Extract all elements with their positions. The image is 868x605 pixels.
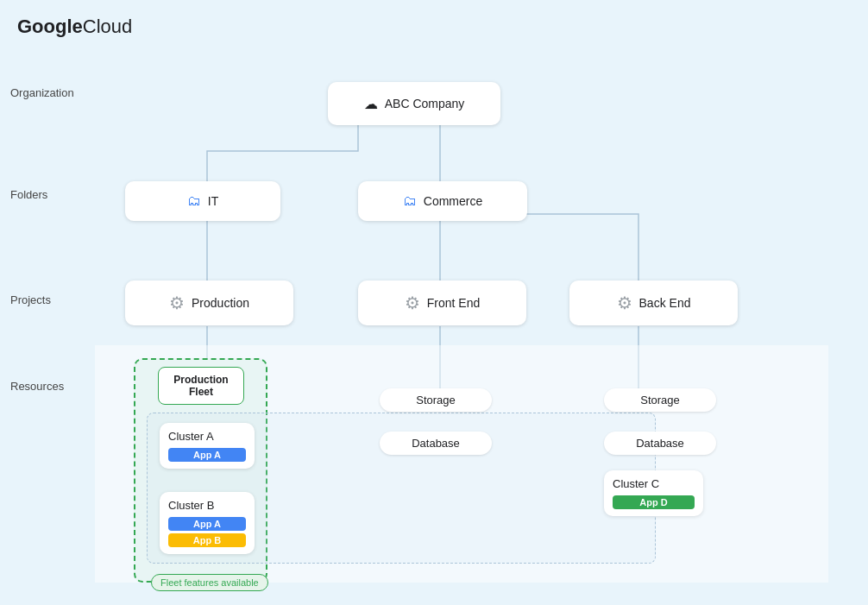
production-node[interactable]: ⚙ Production [125, 280, 293, 325]
google-cloud-logo: Google Cloud [17, 16, 132, 38]
label-folders: Folders [10, 188, 47, 201]
backend-icon: ⚙ [617, 293, 632, 313]
it-icon: 🗂 [187, 193, 201, 209]
frontend-icon: ⚙ [405, 293, 420, 313]
backend-label: Back End [639, 296, 691, 310]
cluster-b-title: Cluster B [168, 499, 246, 512]
org-icon: ☁ [364, 96, 378, 112]
backend-database-label: Database [636, 437, 684, 450]
commerce-icon: 🗂 [403, 193, 417, 209]
frontend-database-label: Database [412, 437, 460, 450]
it-node[interactable]: 🗂 IT [125, 181, 280, 221]
fleet-features-text: Fleet features available [160, 577, 259, 588]
backend-storage[interactable]: Storage [604, 388, 716, 412]
commerce-label: Commerce [424, 194, 482, 208]
fleet-features-badge: Fleet features available [151, 574, 268, 591]
frontend-storage-label: Storage [416, 394, 456, 406]
commerce-node[interactable]: 🗂 Commerce [358, 181, 527, 221]
cluster-a-box[interactable]: Cluster A App A [160, 423, 255, 469]
cluster-c-box[interactable]: Cluster C App D [604, 470, 703, 516]
logo-cloud: Cloud [83, 16, 132, 38]
cluster-b-box[interactable]: Cluster B App A App B [160, 492, 255, 554]
fleet-label[interactable]: Production Fleet [158, 367, 244, 405]
logo-google: Google [17, 16, 83, 38]
backend-storage-label: Storage [640, 394, 680, 406]
frontend-node[interactable]: ⚙ Front End [358, 280, 526, 325]
production-icon: ⚙ [169, 293, 185, 313]
label-projects: Projects [10, 293, 51, 306]
org-node[interactable]: ☁ ABC Company [328, 82, 500, 125]
cluster-c-title: Cluster C [613, 477, 695, 490]
app-a-blue-badge: App A [168, 517, 246, 531]
label-resources: Resources [10, 380, 64, 393]
it-label: IT [208, 194, 218, 208]
production-label: Production [192, 296, 249, 310]
frontend-label: Front End [427, 296, 480, 310]
app-a-badge: App A [168, 448, 246, 462]
app-b-yellow-badge: App B [168, 533, 246, 547]
frontend-database[interactable]: Database [380, 432, 492, 455]
page: Google Cloud Organization Folders Projec… [0, 0, 868, 605]
fleet-label-text: Production Fleet [166, 374, 236, 398]
app-d-badge: App D [613, 495, 695, 509]
frontend-storage[interactable]: Storage [380, 388, 492, 412]
org-label: ABC Company [385, 97, 465, 110]
label-organization: Organization [10, 86, 74, 99]
backend-node[interactable]: ⚙ Back End [569, 280, 738, 325]
cluster-a-title: Cluster A [168, 430, 246, 443]
backend-database[interactable]: Database [604, 432, 716, 455]
